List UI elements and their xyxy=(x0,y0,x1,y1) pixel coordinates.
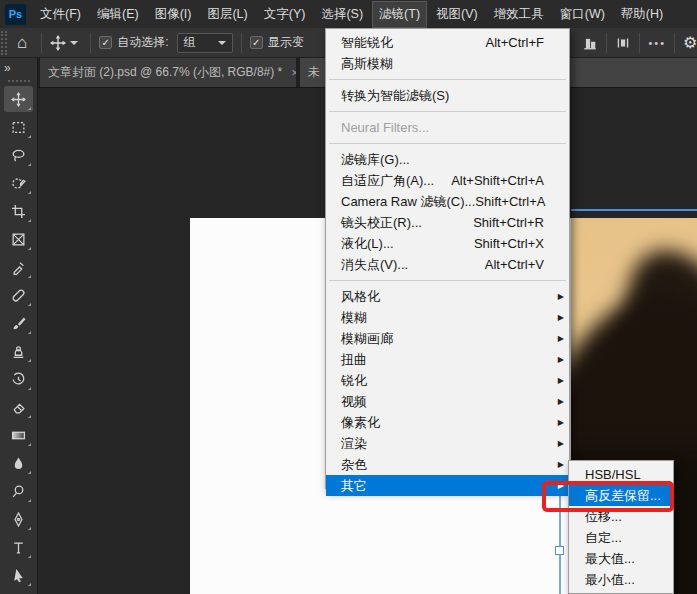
menu-item-shortcut: Alt+Ctrl+V xyxy=(485,257,554,272)
home-icon[interactable]: ⌂ xyxy=(17,33,27,53)
menu-item-label: 智能锐化 xyxy=(341,34,393,52)
menu-item-label: 消失点(V)... xyxy=(341,256,408,274)
close-icon[interactable]: × xyxy=(291,65,296,80)
menu-item[interactable]: 智能锐化 Alt+Ctrl+F xyxy=(326,32,569,53)
submenu-item-label: 最大值... xyxy=(585,550,635,568)
menubar-item[interactable]: 图层(L) xyxy=(200,1,254,28)
pen-icon xyxy=(11,512,26,527)
eyedropper-icon xyxy=(11,260,26,275)
menu-item[interactable] xyxy=(326,74,569,85)
gradient-tool[interactable] xyxy=(4,422,33,448)
submenu-arrow-icon: ▶ xyxy=(554,376,564,385)
menu-item[interactable]: 模糊画廊 ▶ xyxy=(326,328,569,349)
menu-item[interactable] xyxy=(326,106,569,117)
expand-panel-icon[interactable]: » xyxy=(0,58,37,75)
show-transform-checkbox[interactable]: ✓ xyxy=(250,36,263,49)
move-tool[interactable] xyxy=(4,86,33,112)
frame-tool[interactable] xyxy=(4,226,33,252)
crop-tool[interactable] xyxy=(4,198,33,224)
transform-handle[interactable] xyxy=(555,546,564,555)
path-selection-tool[interactable] xyxy=(4,562,33,588)
menubar-item[interactable]: 文字(Y) xyxy=(257,1,313,28)
marquee-icon xyxy=(11,120,26,135)
menubar-item[interactable]: 窗口(W) xyxy=(553,1,612,28)
divider xyxy=(639,33,640,53)
menu-item[interactable]: 滤镜库(G)... xyxy=(326,149,569,170)
menubar-item[interactable]: 滤镜(T) xyxy=(372,1,427,28)
menu-item[interactable]: 镜头校正(R)... Shift+Ctrl+R xyxy=(326,212,569,233)
menu-item-shortcut: Shift+Ctrl+X xyxy=(474,236,554,251)
rectangular-marquee-tool[interactable] xyxy=(4,114,33,140)
submenu-arrow-icon: ▶ xyxy=(554,397,564,406)
align-left-edges-icon[interactable] xyxy=(582,35,598,51)
eyedropper-tool[interactable] xyxy=(4,254,33,280)
menubar-item[interactable]: 视图(V) xyxy=(429,1,485,28)
healing-brush-tool[interactable] xyxy=(4,282,33,308)
divider xyxy=(90,33,91,53)
tool-panel: » xyxy=(0,58,38,594)
gear-icon[interactable]: ⚙ xyxy=(683,33,697,52)
submenu-item[interactable]: 最大值... xyxy=(569,548,673,569)
menu-item[interactable]: 消失点(V)... Alt+Ctrl+V xyxy=(326,254,569,275)
menubar-item[interactable]: 文件(F) xyxy=(33,1,88,28)
menu-item[interactable]: 锐化 ▶ xyxy=(326,370,569,391)
brush-tool[interactable] xyxy=(4,310,33,336)
menubar-item[interactable]: 图像(I) xyxy=(148,1,199,28)
menu-item[interactable]: 液化(L)... Shift+Ctrl+X xyxy=(326,233,569,254)
photoshop-window: Ps 文件(F) 编辑(E) 图像(I) 图层(L) 文字(Y) 选择(S) 滤… xyxy=(0,0,697,594)
dodge-tool[interactable] xyxy=(4,478,33,504)
auto-select-checkbox[interactable]: ✓ xyxy=(99,36,112,49)
submenu-item[interactable]: 自定... xyxy=(569,527,673,548)
object-selection-tool[interactable] xyxy=(4,170,33,196)
lasso-tool[interactable] xyxy=(4,142,33,168)
menu-item[interactable]: 风格化 ▶ xyxy=(326,286,569,307)
divider xyxy=(41,33,42,53)
menu-item[interactable]: 杂色 ▶ xyxy=(326,454,569,475)
more-options-icon[interactable]: ••• xyxy=(648,37,666,49)
menu-item-label: 转换为智能滤镜(S) xyxy=(341,87,449,105)
menu-item[interactable]: 自适应广角(A)... Alt+Shift+Ctrl+A xyxy=(326,170,569,191)
chevron-down-icon[interactable] xyxy=(70,41,78,45)
move-icon xyxy=(11,92,26,107)
submenu-item[interactable]: 最小值... xyxy=(569,569,673,590)
menu-item[interactable]: 模糊 ▶ xyxy=(326,307,569,328)
menu-item-label: 杂色 xyxy=(341,456,367,474)
menu-item[interactable]: 像素化 ▶ xyxy=(326,412,569,433)
menu-item-shortcut: Alt+Shift+Ctrl+A xyxy=(451,173,554,188)
menu-item[interactable]: Camera Raw 滤镜(C)... Shift+Ctrl+A xyxy=(326,191,569,212)
menu-item-label: 自适应广角(A)... xyxy=(341,172,434,190)
pen-tool[interactable] xyxy=(4,506,33,532)
menu-item-label: 视频 xyxy=(341,393,367,411)
menu-item[interactable]: Neural Filters... xyxy=(326,117,569,138)
history-brush-icon xyxy=(11,372,26,387)
menubar-item[interactable]: 选择(S) xyxy=(314,1,370,28)
menu-item[interactable]: 其它 ▶ xyxy=(326,475,569,496)
auto-select-target-dropdown[interactable]: 组 xyxy=(177,33,233,53)
menu-item-label: Neural Filters... xyxy=(341,120,429,135)
eraser-icon xyxy=(11,400,26,415)
blur-tool[interactable] xyxy=(4,450,33,476)
menu-item[interactable]: 扭曲 ▶ xyxy=(326,349,569,370)
menu-item[interactable]: 渲染 ▶ xyxy=(326,433,569,454)
options-grip-handle[interactable] xyxy=(1,31,7,55)
menu-item-label: 锐化 xyxy=(341,372,367,390)
menu-item[interactable]: 高斯模糊 xyxy=(326,53,569,74)
transform-box-top-edge[interactable] xyxy=(571,209,697,211)
menubar-item[interactable]: 编辑(E) xyxy=(90,1,146,28)
eraser-tool[interactable] xyxy=(4,394,33,420)
menubar-item[interactable]: 帮助(H) xyxy=(614,1,670,28)
history-brush-tool[interactable] xyxy=(4,366,33,392)
menubar-item[interactable]: 增效工具 xyxy=(487,1,551,28)
panel-grip[interactable] xyxy=(8,80,30,82)
menu-item[interactable]: 视频 ▶ xyxy=(326,391,569,412)
clone-stamp-tool[interactable] xyxy=(4,338,33,364)
submenu-arrow-icon: ▶ xyxy=(554,292,564,301)
tab-document-active[interactable]: 文章封面 (2).psd @ 66.7% (小图, RGB/8#) * × xyxy=(40,58,296,87)
align-center-icon[interactable] xyxy=(615,35,631,51)
type-tool[interactable] xyxy=(4,534,33,560)
menu-item[interactable] xyxy=(326,275,569,286)
menu-item[interactable]: 转换为智能滤镜(S) xyxy=(326,85,569,106)
rectangle-tool[interactable] xyxy=(4,590,33,594)
menu-item[interactable] xyxy=(326,138,569,149)
lasso-icon xyxy=(11,148,26,163)
